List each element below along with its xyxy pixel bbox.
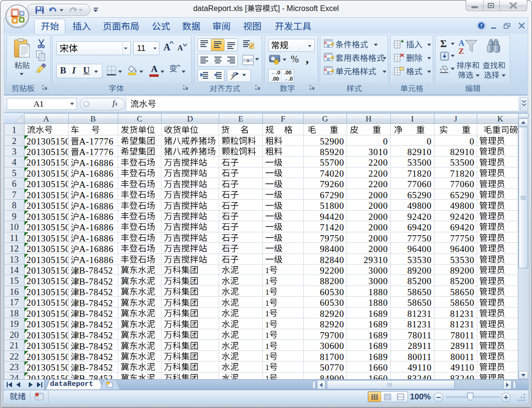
svg-text:Z: Z bbox=[458, 47, 464, 55]
svg-text:a: a bbox=[247, 58, 249, 63]
svg-text:?: ? bbox=[480, 23, 483, 28]
